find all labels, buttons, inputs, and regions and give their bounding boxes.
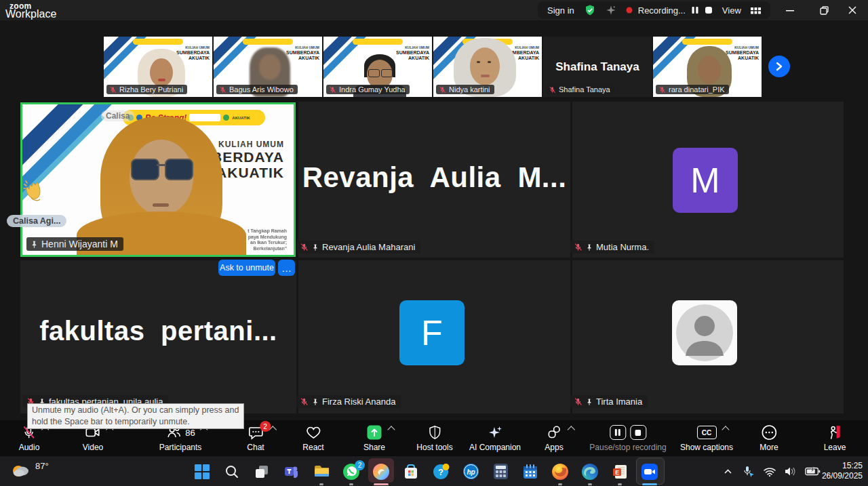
edge-icon[interactable] — [575, 456, 605, 486]
view-grid-icon[interactable] — [751, 5, 761, 16]
stop-recording-icon[interactable] — [630, 425, 646, 440]
video-tile-fakultas[interactable]: fakultas pertani... fakultas pertanian_u… — [20, 260, 296, 413]
powerpoint-icon[interactable]: E — [605, 456, 635, 486]
chat-badge: 2 — [260, 421, 271, 432]
video-tile-revanja[interactable]: Revanja Aulia M... Revanja Aulia Maharan… — [298, 102, 570, 258]
wifi-icon[interactable] — [764, 467, 776, 477]
calendar-icon[interactable] — [515, 456, 545, 486]
muted-mic-icon — [109, 86, 117, 94]
apps-icon — [546, 424, 562, 441]
zoom-app-icon[interactable] — [635, 456, 665, 486]
bg-banner — [682, 39, 732, 45]
active-speaker-tile-henni[interactable]: Be Strong! AKUATIK Calisa KULIAH UMUM SU… — [20, 102, 296, 257]
get-help-icon[interactable]: ? — [426, 456, 456, 486]
stop-recording-icon[interactable] — [705, 6, 713, 14]
next-page-button[interactable] — [768, 56, 790, 77]
react-button[interactable]: React — [302, 424, 323, 452]
apps-menu-caret[interactable] — [567, 426, 574, 433]
taskbar-clock[interactable]: 15:25 26/09/2025 — [822, 461, 863, 481]
security-shield-icon[interactable] — [584, 4, 596, 16]
video-tile-rara[interactable]: KULIAH UMUMSUMBERDAYAAKUATIK rara dinata… — [653, 37, 762, 97]
weather-widget[interactable]: 87° — [11, 460, 49, 481]
nameplate: Shafina Tanaya — [546, 85, 614, 94]
video-tile-firza[interactable]: F Firza Riski Ananda — [298, 260, 570, 413]
teams-icon[interactable] — [277, 456, 307, 486]
whatsapp-badge: 2 — [355, 460, 365, 470]
leave-door-icon — [827, 424, 843, 441]
show-captions-button[interactable]: CC Show captions — [680, 424, 733, 452]
start-button[interactable] — [187, 456, 217, 486]
captions-menu-caret[interactable] — [722, 426, 729, 433]
minimize-button[interactable] — [778, 0, 802, 20]
shield-icon — [427, 424, 442, 441]
search-button[interactable] — [217, 456, 247, 486]
ellipsis-icon: … — [281, 262, 292, 274]
restore-button[interactable] — [812, 0, 835, 20]
video-tile-mutia[interactable]: M Mutia Nurma. — [572, 102, 844, 258]
close-button[interactable] — [841, 0, 864, 20]
calculator-icon[interactable] — [486, 456, 515, 486]
video-tile-bagus[interactable]: KULIAH UMUMSUMBERDAYAAKUATIK Bagus Aris … — [214, 37, 322, 97]
ai-sparkle-icon[interactable] — [606, 5, 616, 16]
whatsapp-icon[interactable]: 2 — [336, 456, 366, 486]
mic-in-use-icon[interactable] — [741, 466, 755, 477]
nameplate: Firza Riski Ananda — [296, 395, 401, 408]
battery-icon[interactable] — [805, 467, 821, 476]
pin-icon — [30, 240, 39, 249]
muted-mic-icon — [439, 86, 446, 94]
video-tile-tirta[interactable]: Tirta Imania — [572, 260, 844, 413]
task-view-button[interactable] — [247, 456, 277, 486]
video-tile-rizha[interactable]: KULIAH UMUMSUMBERDAYAAKUATIK Rizha Bery … — [104, 37, 212, 97]
chat-button[interactable]: 2 Chat — [247, 424, 264, 452]
more-button[interactable]: More — [760, 424, 778, 452]
leave-button[interactable]: Leave — [824, 424, 846, 452]
svg-text:?: ? — [438, 467, 443, 477]
ai-companion-button[interactable]: AI Companion — [469, 424, 521, 452]
apps-button[interactable]: Apps — [545, 424, 563, 452]
recording-indicator: Recording... — [626, 5, 713, 16]
pause-stop-recording-button[interactable]: Pause/stop recording — [589, 424, 666, 452]
share-button[interactable]: Share — [363, 424, 385, 452]
more-options-button[interactable]: … — [278, 260, 295, 276]
muted-mic-icon — [329, 86, 336, 94]
recording-label: Recording... — [638, 5, 686, 16]
video-tile-shafina[interactable]: Shafina Tanaya Shafina Tanaya — [543, 37, 652, 97]
nameplate: Mutia Nurma. — [570, 241, 654, 254]
ai-sparkle-icon — [487, 424, 503, 441]
weather-temp: 87° — [35, 461, 49, 471]
video-tile-nidya[interactable]: KULIAH UMUMSUMBERDAYAAKUATIK Nidya karti… — [433, 37, 542, 97]
hp-icon[interactable]: hp — [456, 456, 486, 486]
bg-banner — [133, 39, 183, 45]
muted-mic-icon — [300, 397, 309, 406]
firefox-icon[interactable] — [545, 456, 575, 486]
windows-taskbar: 87° 2 ? hp E 15:25 — [0, 455, 868, 486]
share-menu-caret[interactable] — [387, 426, 395, 433]
bg-banner — [243, 39, 293, 45]
clapping-hands-reaction-icon — [22, 178, 50, 207]
chat-icon: 2 — [248, 424, 264, 441]
copilot-icon[interactable] — [366, 456, 396, 486]
sign-in-button[interactable]: Sign in — [547, 5, 574, 16]
cc-icon: CC — [696, 426, 716, 439]
hidden-icons-chevron[interactable] — [724, 468, 732, 474]
ask-to-unmute-button[interactable]: Ask to unmute — [218, 260, 275, 276]
view-button[interactable]: View — [722, 5, 741, 16]
nameplate: rara dinatari_PIK — [656, 85, 729, 94]
nameplate: Indra Gumay Yudha — [326, 85, 410, 94]
video-tile-indra[interactable]: KULIAH UMUMSUMBERDAYAAKUATIK Indra Gumay… — [323, 37, 432, 97]
volume-icon[interactable] — [785, 466, 796, 477]
record-dot-icon — [626, 7, 633, 14]
pause-recording-icon[interactable] — [610, 425, 626, 440]
muted-mic-icon — [574, 397, 583, 406]
zoom-meeting-window: zoom Workplace Sign in Recording... View — [0, 0, 868, 486]
nameplate: Henni Wijayanti M — [26, 237, 123, 251]
microsoft-store-icon[interactable] — [396, 456, 426, 486]
file-explorer-icon[interactable] — [307, 456, 336, 486]
share-screen-icon — [366, 424, 382, 441]
host-tools-button[interactable]: Host tools — [416, 424, 452, 452]
nameplate: Tirta Imania — [570, 395, 648, 408]
weather-icon — [11, 460, 31, 481]
muted-mic-icon — [219, 86, 226, 94]
pause-recording-icon[interactable] — [691, 6, 699, 14]
pin-icon — [311, 398, 319, 406]
